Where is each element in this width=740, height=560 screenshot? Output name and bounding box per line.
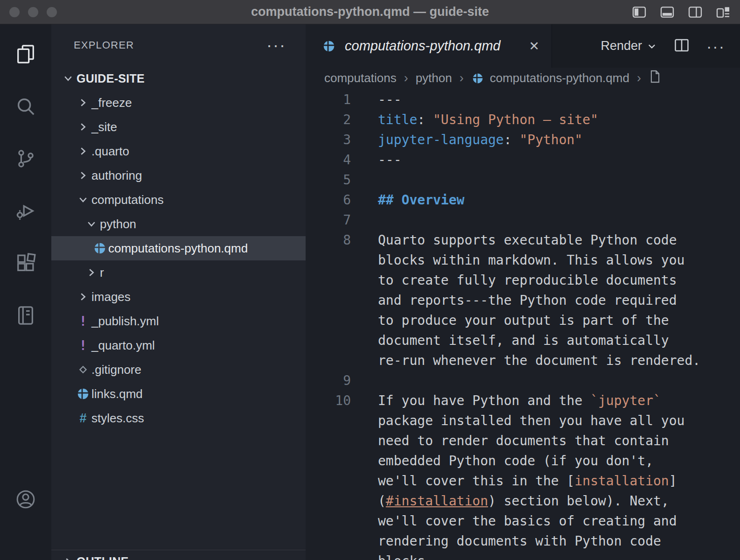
code-line[interactable]: re-run whenever the document is rendered… [306,350,740,371]
code-line[interactable]: blocks within markdown. This allows you [306,250,740,270]
code-line[interactable]: 8Quarto supports executable Python code [306,230,740,250]
code-text: title: "Using Python — site" [378,110,598,130]
quarto-icon [91,240,108,256]
code-line[interactable]: and reports---the Python code required [306,290,740,310]
tree-item-links-qmd[interactable]: links.qmd [51,382,306,406]
breadcrumb-label: computations-python.qmd [490,71,629,85]
quarto-icon [75,386,91,402]
tree-item-python[interactable]: python [51,212,306,236]
line-number: 5 [306,170,351,190]
code-line[interactable]: 1--- [306,90,740,110]
chevron-right-icon [75,120,91,134]
code-line[interactable]: document itself, and is automatically [306,330,740,350]
code-text: package installed then you have all you [378,411,684,431]
line-number: 6 [306,190,351,210]
tab-computations-python[interactable]: computations-python.qmd ✕ [306,24,552,68]
code-line[interactable]: rendering documents with Python code [306,531,740,551]
run-and-debug-icon[interactable] [0,185,51,237]
tree-item-label: .gitignore [91,363,141,377]
titlebar: computations-python.qmd — guide-site [0,0,740,24]
tree-item-styles-css[interactable]: #styles.css [51,406,306,430]
search-icon[interactable] [0,80,51,133]
line-number: 3 [306,130,351,150]
chevron-down-icon [60,71,77,85]
breadcrumb: computations›python›computations-python.… [306,68,740,89]
source-control-icon[interactable] [0,133,51,185]
tree-item-r[interactable]: r [51,260,306,285]
breadcrumb-item[interactable]: python [416,71,452,85]
titlebar-layout-icons [632,6,731,18]
minimize-button[interactable] [28,7,38,17]
code-text: --- [378,90,402,110]
line-number [306,491,351,511]
code-line[interactable]: 7 [306,210,740,230]
code-line[interactable]: 5 [306,170,740,190]
tree-item-computations[interactable]: computations [51,188,306,212]
code-line[interactable]: to produce your output is part of the [306,310,740,330]
tree-item--quarto[interactable]: .quarto [51,139,306,163]
quarto-icon [471,72,484,85]
code-text: Quarto supports executable Python code [378,230,677,250]
chevron-right-icon [60,555,77,560]
breadcrumb-item[interactable]: computations-python.qmd [471,71,629,85]
code-line[interactable]: blocks. [306,551,740,560]
code-text: blocks. [378,551,433,560]
tree-root-guide-site[interactable]: GUIDE-SITE [51,66,306,91]
explorer-more-actions-icon[interactable]: ··· [266,41,286,50]
breadcrumb-item[interactable]: computations [324,71,397,85]
code-text: blocks within markdown. This allows you [378,250,684,270]
tab-close-icon[interactable]: ✕ [526,39,539,54]
tree-item--site[interactable]: _site [51,115,306,139]
code-line[interactable]: 9 [306,371,740,391]
outline-section-header[interactable]: OUTLINE [51,550,306,560]
customize-layout-icon[interactable] [716,6,731,18]
code-line[interactable]: need to render documents that contain [306,431,740,451]
tree-item--freeze[interactable]: _freeze [51,91,306,115]
line-number: 7 [306,210,351,230]
code-text: re-run whenever the document is rendered… [378,350,700,371]
code-line[interactable]: embedded Python code (if you don't, [306,451,740,471]
code-line[interactable]: we'll cover this in the [installation] [306,471,740,491]
tree-item--publish-yml[interactable]: !_publish.yml [51,309,306,333]
code-line[interactable]: to create fully reproducible documents [306,270,740,290]
line-number [306,290,351,310]
account-icon[interactable] [0,473,51,525]
split-editor-icon[interactable] [674,38,690,55]
explorer-title: EXPLORER [74,39,266,51]
code-line[interactable]: 3jupyter-language: "Python" [306,130,740,150]
breadcrumb-separator: › [460,71,464,85]
tree-item--gitignore[interactable]: .gitignore [51,357,306,382]
tree-item--quarto-yml[interactable]: !_quarto.yml [51,333,306,357]
tree-item-computations-python-qmd[interactable]: computations-python.qmd [51,236,306,260]
chevron-right-icon [75,168,91,182]
git-icon [75,362,91,378]
toggle-panel-bottom-icon[interactable] [660,6,675,18]
css-icon: # [75,410,91,426]
tree-item-authoring[interactable]: authoring [51,163,306,188]
split-editor-right-icon[interactable] [688,6,703,18]
line-number [306,310,351,330]
chevron-right-icon [75,144,91,158]
code-text: we'll cover the basics of creating and [378,511,677,531]
zoom-button[interactable] [47,7,57,17]
line-number [306,350,351,371]
code-area[interactable]: 1---2title: "Using Python — site"3jupyte… [306,89,740,560]
more-actions-icon[interactable]: ··· [706,42,725,51]
code-line[interactable]: we'll cover the basics of creating and [306,511,740,531]
code-line[interactable]: 2title: "Using Python — site" [306,110,740,130]
render-button[interactable]: Render [600,39,657,53]
code-line[interactable]: 10If you have Python and the `jupyter` [306,391,740,411]
toggle-panel-left-icon[interactable] [632,6,647,18]
close-button[interactable] [9,7,20,17]
code-line[interactable]: package installed then you have all you [306,411,740,431]
tree-item-images[interactable]: images [51,285,306,309]
code-line[interactable]: 6## Overview [306,190,740,210]
extensions-icon[interactable] [0,237,51,289]
notebook-icon[interactable] [0,289,51,342]
code-line[interactable]: 4--- [306,150,740,170]
line-number: 1 [306,90,351,110]
code-line[interactable]: (#installation) section below). Next, [306,491,740,511]
explorer-icon[interactable] [0,28,51,80]
window-title: computations-python.qmd — guide-site [0,5,740,19]
breadcrumb-separator: › [404,71,408,85]
